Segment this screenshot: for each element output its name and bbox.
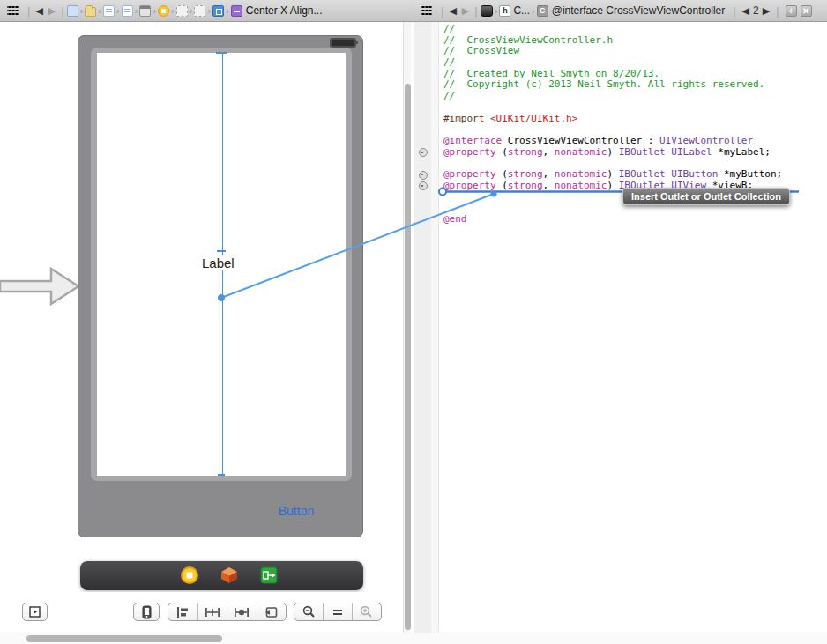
assistant-editor-jumpbar: | ◀ ▶ | › h C...› C @interface CrossView…	[414, 0, 827, 22]
close-assistant-editor-button[interactable]: ✕	[801, 5, 812, 17]
zoom-button-group	[294, 603, 382, 621]
screen-bezel: Label	[91, 48, 352, 481]
chevron-icon: ›	[116, 5, 120, 16]
zoom-out-button[interactable]	[294, 603, 324, 620]
chevron-icon: ›	[226, 5, 229, 16]
chevron-icon: ›	[98, 5, 101, 16]
center-icon	[234, 606, 250, 618]
chevron-icon: ›	[171, 5, 175, 16]
counterpart-back-button[interactable]: ◀	[742, 5, 749, 17]
counterpart-navigator: | ◀ 2 ▶ |	[730, 4, 781, 18]
view-icon[interactable]	[176, 5, 188, 17]
storyboard-file-icon[interactable]	[122, 5, 133, 17]
zoom-actual-size-button[interactable]	[324, 603, 352, 620]
editor-bottom-strip	[414, 633, 827, 644]
align-icon	[175, 606, 190, 618]
pin-icon	[205, 606, 220, 618]
align-button[interactable]	[168, 603, 198, 620]
connection-tooltip: Insert Outlet or Outlet Collection	[622, 188, 790, 205]
connection-well[interactable]	[419, 148, 428, 157]
constraint-icon[interactable]	[231, 5, 242, 17]
document-outline-toggle-button[interactable]	[22, 603, 48, 621]
device-size-toggle-button[interactable]	[133, 603, 160, 621]
center-button[interactable]	[227, 603, 257, 620]
constraints-group-icon[interactable]	[212, 5, 224, 17]
scene-window-icon[interactable]	[139, 5, 151, 17]
battery-status-icon	[330, 38, 356, 48]
back-button[interactable]: ◀	[446, 0, 458, 21]
view-controller-screen[interactable]: Label	[97, 53, 346, 476]
code-line[interactable]: #import <UIKit/UIKit.h>	[443, 114, 782, 125]
chevron-icon: ›	[495, 5, 498, 16]
file-name-label[interactable]: C...	[513, 4, 530, 17]
code-line[interactable]: // CrossView	[443, 46, 782, 57]
horizontal-scrollbar-track[interactable]	[0, 633, 413, 644]
back-button[interactable]: ◀	[33, 0, 45, 21]
counterpart-forward-button[interactable]: ▶	[763, 5, 770, 17]
forward-button[interactable]: ▶	[459, 0, 472, 21]
resolve-issues-button[interactable]	[257, 603, 287, 620]
connection-well[interactable]	[419, 181, 428, 190]
symbol-label[interactable]: @interface CrossViewViewController	[552, 4, 725, 17]
zoom-in-icon	[360, 605, 373, 618]
separator: |	[776, 4, 779, 18]
xcode-window: | ◀ ▶ | › › › › › › › › › Center X Align…	[0, 0, 827, 644]
folder-icon[interactable]	[85, 7, 96, 17]
view-icon[interactable]	[194, 5, 205, 17]
interface-builder-jumpbar: | ◀ ▶ | › › › › › › › › › Center X Align…	[0, 0, 413, 22]
zoom-in-button[interactable]	[353, 603, 381, 620]
related-items-button[interactable]	[418, 0, 438, 21]
resolve-icon	[264, 606, 279, 618]
header-file-icon[interactable]: h	[499, 5, 510, 17]
separator: |	[27, 4, 30, 18]
class-symbol-icon[interactable]: C	[537, 5, 548, 17]
autolayout-button-group	[168, 603, 287, 621]
gutter	[414, 22, 431, 633]
separator: |	[61, 4, 63, 18]
separator: |	[474, 4, 477, 18]
counterparts-icon[interactable]	[481, 5, 493, 17]
outline-toggle-icon	[29, 606, 41, 618]
equals-icon	[332, 608, 343, 617]
button-view[interactable]: Button	[274, 504, 318, 518]
initial-view-controller-arrow[interactable]	[0, 264, 81, 310]
assistant-source-editor: //// CrossViewViewController.h// CrossVi…	[414, 22, 827, 633]
view-controller-dock-icon[interactable]	[180, 566, 199, 585]
first-responder-dock-icon[interactable]	[220, 566, 239, 585]
code-line[interactable]: @property (strong, nonatomic) IBOutlet U…	[443, 147, 782, 159]
code-line[interactable]: // Copyright (c) 2013 Neil Smyth. All ri…	[443, 79, 782, 91]
project-document-icon[interactable]	[67, 5, 78, 17]
separator: |	[733, 4, 735, 18]
pin-button[interactable]	[198, 603, 228, 620]
chevron-icon: ›	[207, 5, 211, 16]
ib-bottom-toolbar	[0, 592, 413, 633]
change-bar-gutter	[431, 22, 439, 633]
vertical-scrollbar-track[interactable]	[403, 22, 411, 633]
storyboard-file-icon[interactable]	[103, 5, 115, 17]
code-line[interactable]: //	[443, 91, 782, 102]
zoom-out-icon	[302, 605, 316, 618]
view-bottom-handle	[218, 474, 225, 476]
code-line[interactable]: @end	[443, 214, 782, 226]
vertical-scrollbar-thumb[interactable]	[405, 84, 411, 630]
chevron-icon: ›	[80, 5, 84, 16]
exit-dock-icon[interactable]	[259, 566, 279, 585]
connection-well[interactable]	[419, 171, 428, 180]
view-controller-icon[interactable]	[158, 5, 169, 17]
view-top-handle	[216, 52, 227, 54]
counterpart-index: 2	[753, 4, 759, 17]
chevron-icon: ›	[190, 5, 193, 16]
breadcrumb-label[interactable]: Center X Align...	[246, 4, 323, 17]
grid-icon	[421, 6, 432, 15]
add-assistant-editor-button[interactable]: +	[786, 5, 797, 17]
pane-divider	[413, 0, 414, 644]
interface-builder-canvas: Label Button	[0, 22, 413, 633]
related-items-button[interactable]	[4, 0, 25, 21]
label-view[interactable]: Label	[201, 255, 235, 270]
forward-button[interactable]: ▶	[46, 0, 58, 21]
storyboard-dock	[80, 561, 363, 590]
iphone-icon	[142, 605, 152, 619]
chevron-icon: ›	[532, 5, 535, 16]
horizontal-scrollbar-thumb[interactable]	[26, 635, 222, 642]
iphone-device-frame: Label Button	[78, 35, 363, 537]
